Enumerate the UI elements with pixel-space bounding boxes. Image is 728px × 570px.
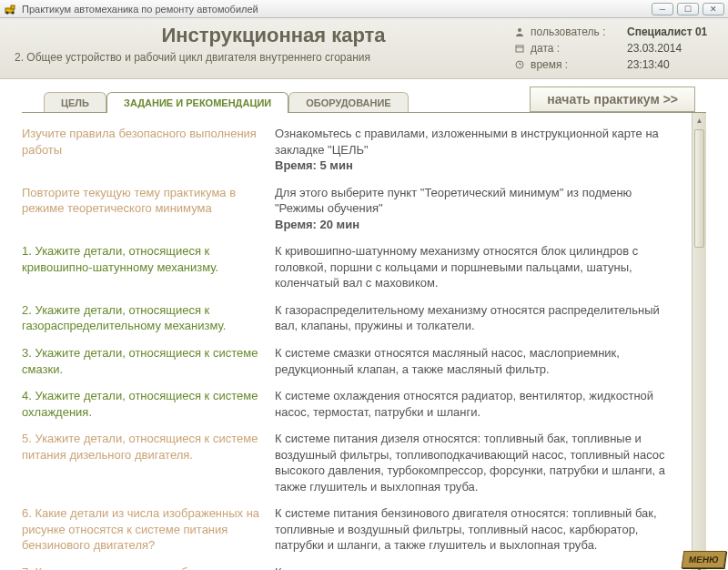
tab-goal[interactable]: ЦЕЛЬ xyxy=(44,92,106,113)
menu-button-label: МЕНЮ xyxy=(681,551,725,568)
task-row: 1. Укажите детали, относящиеся к кривоши… xyxy=(22,243,682,291)
tab-equipment[interactable]: ОБОРУДОВАНИЕ xyxy=(288,92,408,113)
task-title: Повторите текущую тему практикума в режи… xyxy=(22,185,275,233)
task-time: Время: 20 мин xyxy=(275,218,359,231)
app-header: Инструкционная карта 2. Общее устройство… xyxy=(0,18,728,79)
task-body: К системе зажигания относятся катушка за… xyxy=(275,565,682,570)
task-body: К системе питания бензинового двигателя … xyxy=(275,505,682,554)
task-title: 2. Укажите детали, относящиеся к газорас… xyxy=(22,302,275,334)
user-icon xyxy=(514,26,525,37)
calendar-icon xyxy=(514,43,525,54)
task-body: К системе питания дизеля относятся: топл… xyxy=(275,431,682,494)
time-value: 23:13:40 xyxy=(627,56,713,73)
task-row: Повторите текущую тему практикума в режи… xyxy=(22,185,682,233)
task-title: Изучите правила безопасного выполнения р… xyxy=(22,126,275,174)
task-body: К кривошипно-шатунному механизму относят… xyxy=(275,243,682,291)
task-title: 7. Какие детали из числа изображенных на… xyxy=(22,565,275,570)
date-value: 23.03.2014 xyxy=(627,40,713,56)
task-title: 5. Укажите детали, относящиеся к системе… xyxy=(22,431,275,494)
task-title: 3. Укажите детали, относящиеся к системе… xyxy=(22,345,275,377)
task-title: 6. Какие детали из числа изображенных на… xyxy=(22,505,275,554)
task-row: 5. Укажите детали, относящиеся к системе… xyxy=(22,431,682,494)
tab-task[interactable]: ЗАДАНИЕ И РЕКОМЕНДАЦИИ xyxy=(106,92,288,113)
task-time: Время: 5 мин xyxy=(275,158,353,172)
svg-rect-5 xyxy=(516,46,523,52)
task-row: 4. Укажите детали, относящиеся к системе… xyxy=(22,388,682,420)
page-title: Инструкционная карта xyxy=(51,24,496,47)
app-icon xyxy=(4,2,18,16)
window-titlebar: Практикум автомеханика по ремонту автомо… xyxy=(0,0,728,18)
svg-rect-3 xyxy=(11,5,15,9)
task-title: 4. Укажите детали, относящиеся к системе… xyxy=(22,388,275,420)
window-maximize-button[interactable]: ☐ xyxy=(677,3,699,15)
task-row: 2. Укажите детали, относящиеся к газорас… xyxy=(22,302,682,334)
time-label: время : xyxy=(531,56,622,73)
task-title: 1. Укажите детали, относящиеся к кривоши… xyxy=(22,243,275,291)
content-scroll-area: Изучите правила безопасного выполнения р… xyxy=(22,113,692,570)
task-row: Изучите правила безопасного выполнения р… xyxy=(22,126,682,174)
content-panel: Изучите правила безопасного выполнения р… xyxy=(22,112,706,570)
window-minimize-button[interactable]: ─ xyxy=(652,3,673,15)
start-practicum-button[interactable]: начать практикум >> xyxy=(530,87,695,112)
window-title: Практикум автомеханика по ремонту автомо… xyxy=(22,4,652,15)
task-body: К системе охлаждения относятся радиатор,… xyxy=(275,388,682,420)
vertical-scrollbar[interactable]: ▲ ▼ xyxy=(692,113,706,570)
session-info: пользователь : Специалист 01 дата : 23.0… xyxy=(514,24,713,73)
task-body: Ознакомьтесь с правилами, изложенными в … xyxy=(275,126,682,174)
clock-icon xyxy=(514,59,525,70)
user-value: Специалист 01 xyxy=(627,24,713,40)
user-label: пользователь : xyxy=(531,24,622,40)
window-close-button[interactable]: ✕ xyxy=(703,3,724,15)
page-subtitle: 2. Общее устройство и рабочий цикл двига… xyxy=(15,51,514,64)
menu-button[interactable]: МЕНЮ xyxy=(681,544,726,570)
svg-point-1 xyxy=(5,11,8,14)
svg-point-4 xyxy=(518,28,521,32)
scroll-up-button[interactable]: ▲ xyxy=(693,113,706,127)
tab-row: ЦЕЛЬ ЗАДАНИЕ И РЕКОМЕНДАЦИИ ОБОРУДОВАНИЕ… xyxy=(0,79,728,112)
task-row: 3. Укажите детали, относящиеся к системе… xyxy=(22,345,682,377)
scroll-track[interactable] xyxy=(693,127,706,562)
scroll-thumb[interactable] xyxy=(694,129,704,248)
task-row: 7. Какие детали из числа изображенных на… xyxy=(22,565,682,570)
svg-point-2 xyxy=(11,11,14,14)
task-body: Для этого выберите пункт "Теоретический … xyxy=(275,185,682,233)
task-body: К газораспределительному механизму относ… xyxy=(275,302,682,334)
task-row: 6. Какие детали из числа изображенных на… xyxy=(22,505,682,554)
date-label: дата : xyxy=(531,40,622,56)
task-body: К системе смазки относятся масляный насо… xyxy=(275,345,682,377)
